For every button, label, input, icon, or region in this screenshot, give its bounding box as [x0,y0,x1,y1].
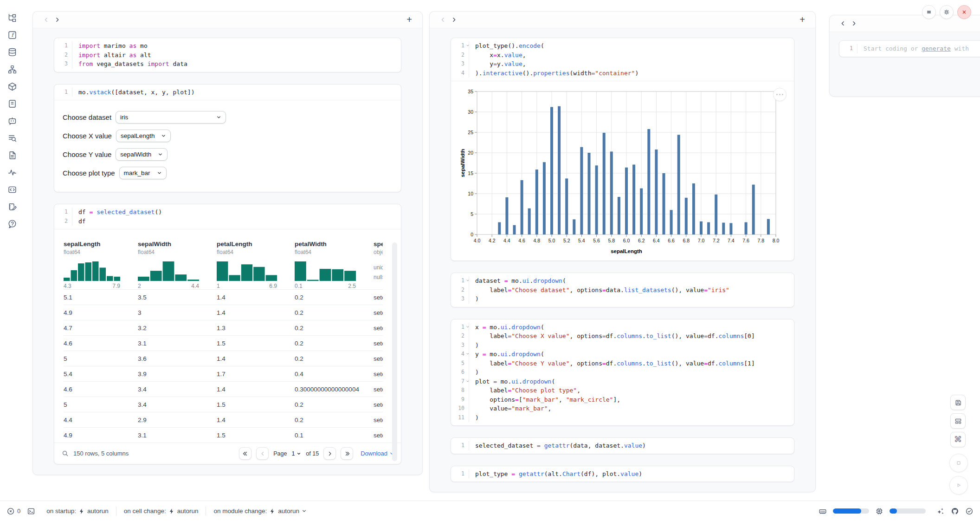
cell-dataframe[interactable]: 1df = selected_dataset()2df sepalLengthf… [54,204,401,464]
table-row[interactable]: 4.931.40.2setosa [64,305,383,320]
sidebar-database-icon[interactable] [6,46,18,58]
fold-chevron-icon[interactable] [466,279,470,282]
add-cell-button[interactable]: + [404,14,415,26]
column-header-species[interactable]: speciesobjectunique:nulls: [374,241,383,289]
chevron-left-icon[interactable] [40,14,52,26]
download-button[interactable]: Download [361,450,394,457]
next-page-button[interactable] [323,447,336,460]
page-select[interactable]: 1 [291,450,301,457]
sidebar-activity-icon[interactable] [6,167,18,178]
sidebar-document-icon[interactable] [6,150,18,161]
cell-plot[interactable]: 1plot_type().encode(2 x=x.value,3 y=y.va… [451,38,794,261]
table-row[interactable]: 5.43.91.70.4setosa [64,366,383,381]
cell-vstack[interactable]: 1mo.vstack([dataset, x, y, plot]) Choose… [54,84,401,193]
cell-imports[interactable]: 1import marimo as mo2import altair as al… [54,38,401,72]
chevron-right-icon[interactable] [448,14,459,26]
layout-button[interactable] [950,413,966,429]
sidebar-file-tree-icon[interactable] [6,12,18,23]
code-line: 2 x=x.value, [451,51,794,60]
chart-actions-button[interactable] [773,88,787,101]
prev-page-button[interactable] [256,447,269,460]
table-row[interactable]: 4.42.91.40.2setosa [64,412,383,427]
runtime-mode-3[interactable]: on module change:autorun [206,508,314,514]
cell-selected-dataset[interactable]: 1selected_dataset = getattr(data, datase… [451,437,794,454]
code-line: 1import marimo as mo [54,41,401,51]
chevron-right-icon[interactable] [848,18,859,29]
altair-bar-chart[interactable]: 4.04.24.44.64.85.05.25.45.65.86.06.26.46… [459,87,786,257]
table-row[interactable]: 5.13.51.40.2setosa [64,289,383,305]
code-line: 3from vega_datasets import data [54,59,401,69]
runtime-mode-1[interactable]: on startup:autorun [39,508,116,514]
first-page-button[interactable] [239,447,251,460]
settings-gear-button[interactable] [940,5,954,19]
svg-text:4.8: 4.8 [533,238,540,243]
sidebar-notebook-pen-icon[interactable] [6,201,18,212]
dropdown-label: Choose plot type [63,169,115,177]
close-scratchpad-button[interactable] [957,5,971,19]
column-header-petalWidth[interactable]: petalWidthfloat640.12.5 [295,241,374,289]
sidebar-package-icon[interactable] [6,81,18,92]
table-cell: 3.1 [138,432,217,439]
sidebar-function-icon[interactable]: f [6,29,18,40]
fold-chevron-icon[interactable] [466,379,470,383]
table-row[interactable]: 4.93.11.50.1setosa [64,427,383,443]
svg-text:7.8: 7.8 [757,238,764,243]
dataset-dropdown[interactable]: iris [116,111,226,124]
sidebar-help-icon[interactable] [6,218,18,229]
scratchpad-editor[interactable]: 1 Start coding or generate with [839,40,980,57]
errors-icon[interactable] [6,507,15,515]
cell-dataset-dropdown[interactable]: 1dataset = mo.ui.dropdown(2 label="Choos… [451,273,794,307]
column-header-sepalWidth[interactable]: sepalWidthfloat6424.4 [138,241,217,289]
x-value-dropdown[interactable]: sepalLength [116,130,171,142]
chevron-left-icon[interactable] [837,18,848,29]
svg-text:4.2: 4.2 [489,238,496,243]
table-cell: 0.2 [295,355,374,362]
search-icon[interactable] [62,450,69,457]
chevron-left-icon[interactable] [437,14,448,26]
svg-text:sepalLength: sepalLength [611,248,642,254]
menu-button[interactable] [922,5,936,19]
column-header-petalLength[interactable]: petalLengthfloat6416.9 [217,241,295,289]
table-cell: 2.9 [138,417,217,423]
chevron-down-icon [216,115,221,120]
ai-sparkles-icon[interactable] [936,507,945,515]
column-header-sepalLength[interactable]: sepalLengthfloat644.37.9 [64,241,138,289]
cell-xy-plot-dropdowns[interactable]: 1x = mo.ui.dropdown(2 label="Choose X va… [451,319,794,426]
sidebar-code-block-icon[interactable] [6,184,18,195]
plot-type-dropdown[interactable]: mark_bar [119,167,167,179]
fold-chevron-icon[interactable] [466,325,470,329]
sidebar-chat-bot-icon[interactable] [6,115,18,126]
table-row[interactable]: 4.73.21.30.2setosa [64,320,383,335]
sidebar-scroll-icon[interactable] [6,98,18,109]
runtime-mode-2[interactable]: on cell change:autorun [116,508,206,514]
generate-link[interactable]: generate [922,45,951,52]
table-cell: setosa [374,355,383,362]
y-value-dropdown[interactable]: sepalWidth [116,148,168,161]
code-line: 1selected_dataset = getattr(data, datase… [451,441,794,450]
save-button[interactable] [950,395,966,410]
last-page-button[interactable] [341,447,353,460]
command-palette-button[interactable]: ⌘ [950,432,966,447]
table-row[interactable]: 53.41.50.2setosa [64,397,383,412]
github-icon[interactable] [951,507,959,515]
notebook-column-middle: + 1plot_type().encode(2 x=x.value,3 y=y.… [429,11,816,492]
mode-value: autorun [278,508,299,514]
sidebar-log-search-icon[interactable] [6,132,18,143]
table-row[interactable]: 53.61.40.2setosa [64,351,383,366]
lightning-icon [269,508,276,514]
fold-chevron-icon[interactable] [466,44,470,47]
table-scrollbar[interactable] [392,242,397,461]
chevron-right-icon[interactable] [52,14,63,26]
check-circle-icon[interactable] [965,507,974,515]
add-cell-button[interactable]: + [797,14,808,26]
table-cell: 4.9 [64,309,138,316]
cell-plot-type[interactable]: 1plot_type = getattr(alt.Chart(df), plot… [451,466,794,482]
terminal-icon[interactable] [27,507,35,515]
table-row[interactable]: 4.63.41.40.30000000000000004setosa [64,381,383,397]
sidebar-network-icon[interactable] [6,64,18,75]
table-row[interactable]: 4.63.11.50.2setosa [64,335,383,351]
stop-button[interactable] [949,454,968,472]
code-line: 1plot_type().encode( [451,41,794,51]
fold-chevron-icon[interactable] [466,352,470,356]
run-button[interactable] [949,476,968,495]
